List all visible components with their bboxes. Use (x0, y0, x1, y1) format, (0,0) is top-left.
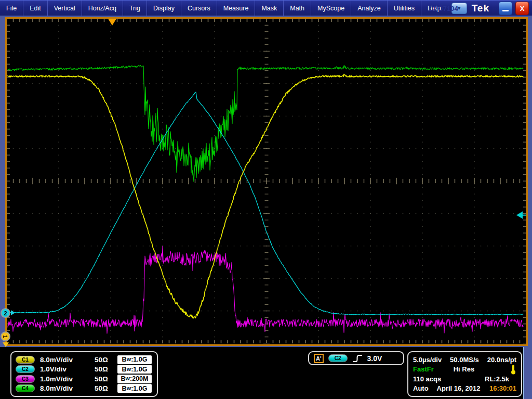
minimize-button[interactable] (499, 2, 512, 15)
time-display: 16:30:01 (489, 384, 516, 392)
menu-analyze[interactable]: Analyze (351, 1, 387, 16)
readout-panel: C1 8.0mV/div 50Ω BW:1.0G C2 1.0V/div 50Ω… (0, 347, 532, 399)
channel4-readout[interactable]: C4 8.0mV/div 50Ω BW:1.0G (16, 384, 152, 394)
channel4-impedance: 50Ω (95, 384, 117, 392)
fastframe-status: FastFr (413, 365, 434, 373)
trigger-label: A' (314, 354, 324, 363)
horizontal-readout-box[interactable]: 5.0µs/div 50.0MS/s 20.0ns/pt FastFr Hi R… (407, 351, 522, 397)
channel1-impedance: 50Ω (95, 356, 117, 364)
menu-vertical[interactable]: Vertical (48, 1, 82, 16)
oscilloscope-screen: File Edit Vertical Horiz/Acq Trig Displa… (0, 0, 532, 399)
channel1-offscreen-arrow-icon (3, 342, 9, 347)
trigger-mode: Auto (413, 384, 429, 392)
acquisition-count: 110 acqs (413, 375, 441, 383)
channel4-badge: C4 (16, 384, 35, 392)
close-icon: X (520, 5, 525, 12)
trigger-source-badge: C2 (328, 354, 348, 362)
channel1-position-marker[interactable]: 1 (1, 331, 10, 341)
channel3-badge: C3 (16, 375, 35, 383)
sample-resolution: 20.0ns/pt (487, 356, 516, 364)
sample-rate: 50.0MS/s (450, 356, 479, 364)
display-bezel: 2 1 (0, 16, 532, 347)
menu-horiz-acq[interactable]: Horiz/Acq (82, 1, 123, 16)
channel-readout-box[interactable]: C1 8.0mV/div 50Ω BW:1.0G C2 1.0V/div 50Ω… (10, 351, 158, 397)
menu-display[interactable]: Display (147, 1, 181, 16)
timebase: 5.0µs/div (413, 356, 442, 364)
channel3-impedance: 50Ω (95, 375, 117, 383)
model-label: DPO7104 (429, 5, 458, 12)
menu-mask[interactable]: Mask (255, 1, 284, 16)
trigger-level: 3.0V (367, 354, 382, 363)
rising-edge-icon (352, 354, 363, 363)
menu-bar: File Edit Vertical Horiz/Acq Trig Displa… (0, 0, 532, 16)
channel2-scale: 1.0V/div (40, 365, 95, 373)
menu-cursors[interactable]: Cursors (181, 1, 217, 16)
thermometer-icon (510, 364, 516, 375)
channel2-readout[interactable]: C2 1.0V/div 50Ω BW:1.0G (16, 365, 152, 375)
channel3-scale: 1.0mV/div (40, 375, 95, 383)
bezel-side-strip (523, 347, 532, 399)
channel2-position-marker[interactable]: 2 (1, 308, 10, 318)
date-display: April 16, 2012 (437, 384, 481, 392)
menu-file[interactable]: File (0, 1, 23, 16)
menu-utilities[interactable]: Utilities (388, 1, 421, 16)
acquisition-mode: Hi Res (454, 365, 474, 373)
record-length: RL:2.5k (485, 375, 509, 383)
channel1-scale: 8.0mV/div (40, 356, 95, 364)
channel3-readout[interactable]: C3 1.0mV/div 50Ω BW:200M (16, 374, 152, 384)
trigger-readout-box[interactable]: A' C2 3.0V (308, 351, 404, 365)
channel1-readout[interactable]: C1 8.0mV/div 50Ω BW:1.0G (16, 355, 152, 365)
waveform-plot[interactable] (7, 19, 526, 343)
minimize-icon (502, 10, 509, 11)
channel1-bandwidth: BW:1.0G (117, 355, 152, 364)
tek-logo: Tek (472, 3, 489, 14)
menu-math[interactable]: Math (284, 1, 311, 16)
channel2-impedance: 50Ω (95, 365, 117, 373)
menu-trig[interactable]: Trig (123, 1, 147, 16)
channel2-bandwidth: BW:1.0G (117, 365, 152, 374)
menu-measure[interactable]: Measure (217, 1, 256, 16)
channel2-badge: C2 (16, 365, 35, 373)
close-button[interactable]: X (515, 2, 529, 15)
menu-myscope[interactable]: MyScope (311, 1, 351, 16)
channel3-bandwidth: BW:200M (117, 375, 152, 383)
channel1-badge: C1 (16, 356, 35, 364)
channel4-scale: 8.0mV/div (40, 384, 95, 392)
channel2-arrow-icon (11, 310, 15, 315)
menu-edit[interactable]: Edit (23, 1, 48, 16)
channel4-bandwidth: BW:1.0G (117, 384, 152, 393)
